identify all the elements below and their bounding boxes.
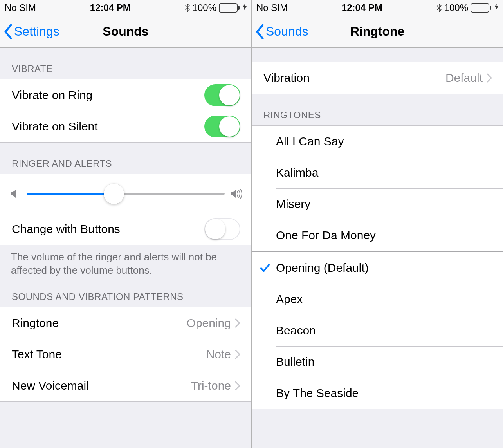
section-header-vibrate: VIBRATE [0, 48, 251, 79]
cell-label: Vibrate on Silent [12, 120, 204, 133]
chevron-left-icon [256, 24, 264, 39]
change-with-buttons-row[interactable]: Change with Buttons [0, 213, 251, 245]
charging-icon [243, 4, 247, 13]
ringtone-label: Kalimba [276, 166, 492, 179]
ringtone-label: Misery [276, 197, 492, 211]
back-label: Settings [14, 24, 59, 39]
ringtone-label: Apex [276, 293, 492, 306]
ringtone-item[interactable]: Kalimba [252, 157, 503, 188]
nav-bar: Settings Sounds [0, 16, 251, 48]
ringtone-item[interactable]: Apex [252, 284, 503, 315]
vibrate-on-ring-toggle[interactable] [204, 84, 240, 106]
cell-label: Text Tone [12, 348, 206, 361]
status-bar: No SIM 12:04 PM 100% [252, 0, 503, 16]
ringtone-item[interactable]: By The Seaside [252, 378, 503, 409]
vibration-row[interactable]: Vibration Default [252, 62, 503, 94]
ringtone-label: By The Seaside [276, 387, 492, 400]
back-label: Sounds [266, 24, 308, 39]
builtin-ringtones-group: Opening (Default) Apex Beacon Bulletin B… [252, 251, 503, 409]
cell-label: New Voicemail [12, 379, 191, 392]
checkmark-icon [260, 262, 270, 273]
page-title: Sounds [103, 24, 148, 39]
ringtone-label: Bulletin [276, 355, 492, 369]
ringer-group: Change with Buttons [0, 174, 251, 245]
chevron-right-icon [235, 350, 240, 359]
section-header-ringtones: RINGTONES [252, 94, 503, 125]
cell-value: Tri-tone [191, 379, 231, 392]
content: VIBRATE Vibrate on Ring Vibrate on Silen… [0, 48, 251, 448]
ringtone-label: One For Da Money [276, 229, 492, 242]
cell-label: Vibrate on Ring [12, 89, 204, 102]
speaker-low-icon [9, 188, 20, 199]
sounds-patterns-group: Ringtone Opening Text Tone Note New Voic… [0, 307, 251, 402]
vibrate-group: Vibrate on Ring Vibrate on Silent [0, 79, 251, 143]
text-tone-row[interactable]: Text Tone Note [0, 339, 251, 370]
section-header-ringer: RINGER AND ALERTS [0, 143, 251, 174]
bluetooth-icon [185, 4, 190, 12]
status-bar: No SIM 12:04 PM 100% [0, 0, 251, 16]
new-voicemail-row[interactable]: New Voicemail Tri-tone [0, 370, 251, 401]
charging-icon [494, 4, 498, 13]
volume-slider-row [0, 174, 251, 213]
chevron-right-icon [235, 381, 240, 390]
carrier-label: No SIM [256, 2, 288, 13]
page-title: Ringtone [350, 24, 405, 39]
volume-slider[interactable] [27, 193, 225, 195]
cell-label: Ringtone [12, 316, 187, 330]
cell-value: Note [206, 348, 231, 361]
section-footer: The volume of the ringer and alerts will… [0, 245, 251, 281]
vibrate-on-ring-row[interactable]: Vibrate on Ring [0, 79, 251, 111]
chevron-left-icon [4, 24, 13, 39]
speaker-high-icon [231, 188, 242, 199]
clock: 12:04 PM [90, 2, 131, 13]
bluetooth-icon [436, 4, 442, 12]
clock: 12:04 PM [342, 2, 382, 13]
nav-bar: Sounds Ringtone [252, 16, 503, 48]
cell-value: Default [445, 71, 483, 85]
ringtone-item[interactable]: Bulletin [252, 346, 503, 378]
chevron-right-icon [235, 318, 240, 328]
ringtone-item[interactable]: One For Da Money [252, 220, 503, 251]
content: Vibration Default RINGTONES All I Can Sa… [252, 48, 503, 448]
ringtone-row[interactable]: Ringtone Opening [0, 307, 251, 339]
section-header-sounds-patterns: SOUNDS AND VIBRATION PATTERNS [0, 281, 251, 307]
ringtone-item-selected[interactable]: Opening (Default) [252, 252, 503, 284]
vibrate-on-silent-toggle[interactable] [204, 116, 240, 137]
chevron-right-icon [487, 73, 492, 83]
ringtone-item[interactable]: All I Can Say [252, 126, 503, 157]
ringtone-item[interactable]: Beacon [252, 315, 503, 346]
cell-label: Change with Buttons [12, 222, 204, 236]
vibration-group: Vibration Default [252, 62, 503, 94]
ringtone-label: Opening (Default) [276, 261, 492, 275]
battery-percent: 100% [444, 2, 468, 13]
sounds-screen: No SIM 12:04 PM 100% Settings Sounds VIB… [0, 0, 252, 448]
back-button[interactable]: Settings [0, 24, 59, 39]
ringtone-screen: No SIM 12:04 PM 100% Sounds Ringtone V [252, 0, 503, 448]
cell-label: Vibration [263, 71, 445, 85]
status-right: 100% [436, 2, 498, 13]
status-right: 100% [185, 2, 247, 13]
battery-percent: 100% [193, 2, 216, 13]
custom-ringtones-group: All I Can Say Kalimba Misery One For Da … [252, 125, 503, 251]
ringtone-label: All I Can Say [276, 135, 492, 148]
cell-value: Opening [187, 316, 231, 330]
battery-icon [219, 3, 240, 13]
battery-icon [471, 3, 491, 13]
ringtone-item[interactable]: Misery [252, 188, 503, 220]
change-with-buttons-toggle[interactable] [204, 218, 240, 240]
ringtone-label: Beacon [276, 324, 492, 337]
vibrate-on-silent-row[interactable]: Vibrate on Silent [0, 111, 251, 142]
back-button[interactable]: Sounds [252, 24, 308, 39]
carrier-label: No SIM [5, 2, 36, 13]
